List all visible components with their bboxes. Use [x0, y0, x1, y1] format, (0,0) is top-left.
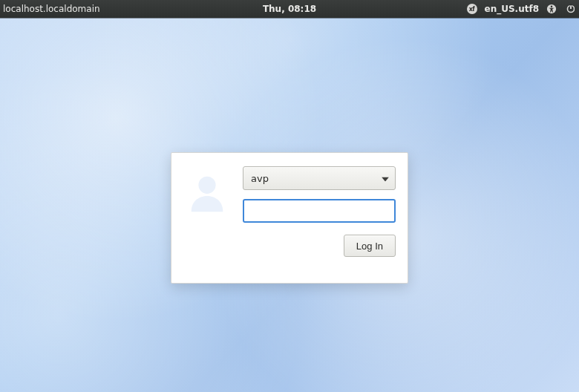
password-input[interactable] — [243, 199, 396, 223]
chevron-down-icon — [382, 173, 389, 184]
user-select-value: avp — [251, 173, 269, 184]
login-top-row: avp — [183, 166, 396, 223]
power-icon[interactable] — [564, 4, 575, 14]
user-select[interactable]: avp — [243, 166, 396, 190]
login-button[interactable]: Log In — [344, 235, 396, 257]
accessibility-icon[interactable] — [546, 4, 557, 14]
svg-point-6 — [198, 177, 215, 194]
keyboard-layout-indicator[interactable]: en_US.utf8 — [485, 4, 539, 14]
login-screen: localhost.localdomain Thu, 08:18 xf en_U… — [0, 0, 579, 392]
top-panel-tray: xf en_US.utf8 — [467, 4, 575, 14]
clock-label: Thu, 08:18 — [263, 4, 316, 14]
login-fields: avp — [243, 166, 396, 223]
login-actions: Log In — [183, 235, 396, 257]
top-panel: localhost.localdomain Thu, 08:18 xf en_U… — [0, 0, 579, 18]
login-dialog: avp Log In — [171, 152, 408, 284]
svg-point-1 — [551, 5, 552, 7]
user-avatar-icon — [183, 169, 231, 217]
session-chooser-icon[interactable]: xf — [467, 4, 477, 14]
hostname-label: localhost.localdomain — [1, 4, 100, 14]
